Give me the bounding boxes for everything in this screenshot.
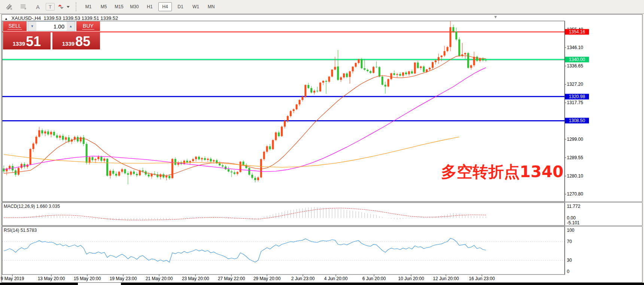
- chart-title: ▲ XAUUSD-,H4 1339.53 1339.53 1339.51 133…: [4, 15, 118, 21]
- price-tick-label: 1317.75: [567, 100, 583, 105]
- macd-tick-label: -5.101: [567, 220, 580, 225]
- chevron-down-icon[interactable]: ▼: [493, 15, 498, 19]
- symbol-label: XAUUSD-,H4: [12, 15, 41, 21]
- buy-price-prefix: 1339: [62, 40, 75, 47]
- date-tick-label: 4 Jun 20:00: [324, 276, 348, 281]
- price-tick-label: 1299.00: [567, 137, 583, 142]
- price-level-tag: 1320.98: [565, 94, 589, 99]
- sell-price-button[interactable]: 1339 51: [3, 32, 51, 49]
- price-level-tag: 1354.16: [565, 29, 589, 35]
- price-tick-label: 1336.65: [567, 63, 583, 69]
- sell-button[interactable]: SELL: [3, 21, 27, 31]
- taskbar-notch: [78, 283, 121, 285]
- date-tick-label: 9 May 2019: [1, 276, 24, 281]
- price-tick-label: 1346.10: [567, 45, 583, 50]
- price-level-tag: 1308.50: [565, 118, 589, 124]
- trade-panel: SELL ▼ ▲ BUY 1339 51 1339 85: [3, 21, 100, 49]
- rsi-tick-label: 30: [567, 258, 572, 263]
- buy-price-big: 85: [75, 35, 90, 48]
- macd-splitter[interactable]: [1, 201, 643, 203]
- collapse-marker-icon: ▲: [4, 17, 8, 21]
- rsi-tick-label: 0: [567, 269, 569, 274]
- chart-annotation: 多空转折点1340: [441, 161, 564, 182]
- date-tick-label: 10 Jun 20:00: [398, 276, 424, 281]
- macd-tick-label: 0.00: [567, 215, 575, 221]
- sell-price-big: 51: [26, 35, 41, 48]
- date-tick-label: 23 May 20:00: [182, 276, 209, 281]
- rsi-tick-label: 70: [567, 239, 572, 244]
- macd-values: 1.660 3.035: [36, 204, 60, 209]
- sell-price-prefix: 1339: [13, 40, 25, 47]
- price-tick-label: 1327.20: [567, 82, 583, 87]
- rsi-splitter[interactable]: [1, 225, 643, 227]
- buy-price-button[interactable]: 1339 85: [52, 32, 100, 49]
- date-tick-label: 19 May 23:00: [110, 276, 137, 281]
- date-tick-label: 21 May 20:00: [146, 276, 173, 281]
- buy-button[interactable]: BUY: [76, 21, 100, 31]
- date-tick-label: 13 May 20:00: [38, 276, 65, 281]
- rsi-value: 51.5783: [21, 228, 37, 233]
- date-tick-label: 15 May 20:00: [74, 276, 101, 281]
- date-tick-label: 29 May 20:00: [253, 276, 281, 281]
- rsi-tick-label: 100: [567, 228, 574, 233]
- date-tick-label: 12 Jun 20:00: [433, 276, 459, 281]
- date-tick-label: 27 May 22:00: [218, 276, 245, 281]
- rsi-label: RSI(14) 51.5783: [4, 228, 37, 233]
- trading-terminal: E F A T M1M5M15M30H1H4D1W1MN ▲: [0, 0, 644, 285]
- taskbar-strip: [0, 283, 644, 285]
- price-level-tag: 1340.00: [565, 57, 589, 62]
- volume-increase-icon[interactable]: ▲: [67, 22, 75, 31]
- volume-input[interactable]: [36, 22, 67, 31]
- date-tick-label: 16 Jun 23:00: [469, 276, 495, 281]
- price-tick-label: 1289.55: [567, 155, 583, 160]
- date-tick-label: 6 Jun 20:00: [362, 276, 386, 281]
- macd-label: MACD(12,26,9) 1.660 3.035: [4, 204, 60, 209]
- volume-decrease-icon[interactable]: ▼: [28, 22, 36, 31]
- volume-stepper: ▼ ▲: [28, 21, 75, 31]
- price-tick-label: 1280.10: [567, 173, 583, 179]
- quote-values: 1339.53 1339.53 1339.51 1339.52: [44, 15, 118, 21]
- date-tick-label: 2 Jun 23:00: [291, 276, 315, 281]
- macd-tick-label: 11.772: [567, 204, 580, 209]
- price-tick-label: 1270.80: [567, 191, 583, 197]
